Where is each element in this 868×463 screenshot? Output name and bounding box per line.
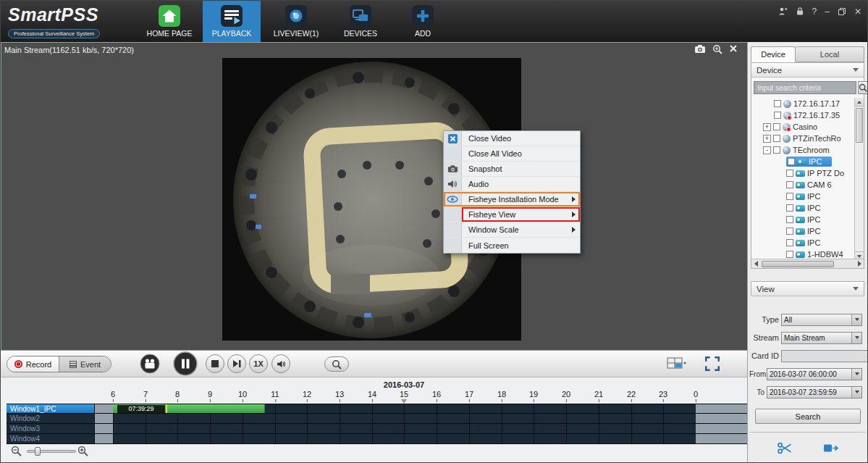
playhead-cursor[interactable]: [166, 404, 167, 413]
record-toggle-button[interactable]: Record: [7, 356, 59, 372]
timeline-track[interactable]: [95, 434, 748, 443]
chevron-down-icon[interactable]: [851, 387, 861, 398]
checkbox[interactable]: [773, 146, 780, 154]
menu-item-audio[interactable]: Audio: [444, 177, 580, 192]
from-datetime-select[interactable]: 2016-03-07 06:00:00: [767, 368, 862, 380]
tree-item-group[interactable]: + PTZinTechRo: [751, 133, 854, 144]
tree-item-device[interactable]: 172.16.17.35: [751, 109, 854, 121]
timeline-track[interactable]: [95, 424, 748, 433]
tree-item-channel[interactable]: IPC: [751, 214, 854, 225]
chevron-down-icon[interactable]: [851, 369, 861, 380]
stream-select[interactable]: Main Stream: [781, 332, 862, 344]
timeline-track[interactable]: [95, 414, 748, 423]
window-label[interactable]: Window3: [7, 424, 95, 433]
collapse-toggle[interactable]: -: [763, 146, 771, 154]
checkbox[interactable]: [786, 228, 793, 235]
timeline-zoom-slider[interactable]: [27, 450, 76, 453]
tree-item-channel[interactable]: CAM 6: [751, 179, 854, 191]
zoom-slider-thumb[interactable]: [35, 447, 41, 456]
event-toggle-button[interactable]: Event: [59, 356, 111, 372]
chevron-down-icon[interactable]: [851, 333, 861, 343]
cut-clip-button[interactable]: [777, 442, 793, 454]
tab-local[interactable]: Local: [796, 46, 864, 62]
tree-item-channel[interactable]: IP PTZ Do: [751, 167, 854, 179]
export-clip-button[interactable]: [823, 442, 839, 454]
checkbox[interactable]: [774, 112, 781, 119]
view-section-header[interactable]: View: [751, 282, 864, 296]
scroll-right-icon[interactable]: [855, 260, 864, 268]
lock-icon[interactable]: [796, 7, 804, 16]
scrollbar-thumb[interactable]: [856, 108, 863, 143]
timeline-zoom-button[interactable]: [324, 356, 349, 372]
timeline-track[interactable]: 07:39:29: [95, 404, 748, 413]
tab-device[interactable]: Device: [751, 46, 796, 62]
tab-playback[interactable]: PLAYBACK: [203, 1, 261, 42]
tree-horizontal-scrollbar[interactable]: [751, 259, 864, 268]
minimize-icon[interactable]: –: [825, 7, 830, 16]
tree-item-channel[interactable]: IPC: [751, 202, 854, 214]
pause-button[interactable]: [173, 351, 198, 376]
tab-add[interactable]: ADD: [394, 1, 452, 42]
scroll-left-icon[interactable]: [751, 260, 760, 268]
tree-item-group[interactable]: + Casino: [751, 121, 854, 133]
device-section-header[interactable]: Device: [751, 63, 864, 78]
tree-item-device[interactable]: 172.16.17.17: [751, 98, 854, 109]
tree-item-channel-selected[interactable]: IPC: [751, 156, 854, 167]
help-icon[interactable]: ?: [812, 7, 817, 16]
checkbox[interactable]: [786, 170, 793, 177]
checkbox[interactable]: [786, 204, 793, 212]
window-label[interactable]: Window2: [7, 414, 95, 423]
play-mode-button[interactable]: [140, 354, 160, 374]
tab-devices[interactable]: DEVICES: [332, 1, 389, 42]
search-button[interactable]: Search: [755, 409, 861, 424]
search-input[interactable]: [754, 81, 856, 94]
chevron-down-icon[interactable]: [851, 314, 861, 325]
zoom-out-icon[interactable]: [11, 446, 22, 456]
menu-item-fisheye-view[interactable]: Fisheye View: [444, 207, 580, 222]
split-screen-button[interactable]: [667, 357, 687, 370]
digital-zoom-icon[interactable]: [712, 44, 722, 54]
card-id-input[interactable]: [781, 350, 868, 362]
tree-item-channel[interactable]: IPC: [751, 237, 854, 249]
tree-vertical-scrollbar[interactable]: [854, 98, 864, 260]
search-icon[interactable]: [858, 81, 868, 94]
snapshot-icon[interactable]: [694, 44, 706, 54]
checkbox[interactable]: [786, 239, 793, 246]
fullscreen-button[interactable]: [705, 356, 720, 371]
checkbox[interactable]: [773, 135, 780, 142]
user-icon[interactable]: [778, 7, 788, 16]
tree-item-channel[interactable]: IPC: [751, 225, 854, 237]
expand-toggle[interactable]: +: [763, 135, 771, 143]
checkbox[interactable]: [773, 123, 780, 130]
to-datetime-select[interactable]: 2016-03-07 23:59:59: [767, 386, 862, 399]
maximize-icon[interactable]: [838, 7, 846, 16]
tree-item-channel[interactable]: IPC: [751, 191, 854, 202]
window-label[interactable]: Window4: [7, 434, 95, 443]
checkbox[interactable]: [774, 100, 781, 107]
menu-item-close-all-video[interactable]: Close All Video: [444, 146, 580, 162]
next-frame-button[interactable]: [227, 354, 246, 373]
tab-home-page[interactable]: HOME PAGE: [140, 1, 198, 42]
checkbox[interactable]: [786, 193, 793, 200]
speed-button[interactable]: 1X: [249, 354, 268, 373]
menu-item-full-screen[interactable]: Full Screen: [444, 238, 580, 253]
menu-item-close-video[interactable]: Close Video: [444, 131, 580, 146]
menu-item-window-scale[interactable]: Window Scale: [444, 222, 580, 238]
checkbox[interactable]: [786, 251, 793, 258]
tab-liveview[interactable]: LIVEVIEW(1): [265, 1, 327, 42]
mute-button[interactable]: [271, 354, 290, 373]
checkbox[interactable]: [788, 158, 795, 165]
close-window-icon[interactable]: [729, 44, 738, 54]
menu-item-snapshot[interactable]: Snapshot: [444, 162, 580, 177]
checkbox[interactable]: [786, 181, 793, 188]
scrollbar-thumb[interactable]: [762, 261, 834, 267]
zoom-in-icon[interactable]: [77, 446, 88, 456]
menu-item-fisheye-installation-mode[interactable]: Fisheye Installation Mode: [444, 192, 580, 207]
type-select[interactable]: All: [781, 314, 862, 326]
close-icon[interactable]: ✕: [854, 7, 861, 16]
window-label[interactable]: Window1_IPC: [7, 404, 95, 413]
expand-toggle[interactable]: +: [763, 123, 771, 131]
checkbox[interactable]: [786, 216, 793, 223]
scroll-up-icon[interactable]: [855, 98, 864, 107]
stop-button[interactable]: [206, 354, 224, 373]
